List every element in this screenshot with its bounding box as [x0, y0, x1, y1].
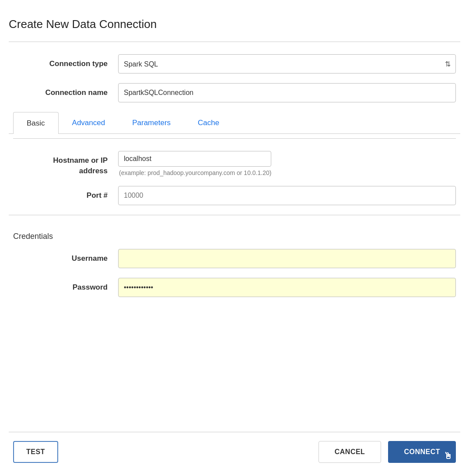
- tab-advanced[interactable]: Advanced: [59, 112, 119, 133]
- port-input[interactable]: [118, 186, 456, 205]
- connection-name-label: Connection name: [13, 88, 118, 97]
- credentials-section: Credentials Username Password: [9, 232, 460, 307]
- title-divider: [9, 42, 460, 42]
- username-row: Username: [13, 249, 456, 268]
- username-input[interactable]: [118, 249, 456, 268]
- connection-type-select[interactable]: Spark SQL MySQL PostgreSQL Oracle SQL Se…: [118, 54, 456, 74]
- tab-parameters[interactable]: Parameters: [119, 112, 184, 133]
- hostname-hint: (example: prod_hadoop.yourcompany.com or…: [118, 169, 271, 176]
- credentials-label: Credentials: [13, 232, 456, 241]
- password-input[interactable]: [118, 278, 456, 297]
- footer-divider: [9, 432, 460, 432]
- port-row: Port #: [13, 186, 456, 205]
- connection-type-row: Connection type Spark SQL MySQL PostgreS…: [13, 54, 456, 74]
- connection-type-select-wrapper: Spark SQL MySQL PostgreSQL Oracle SQL Se…: [118, 54, 456, 74]
- tab-cache[interactable]: Cache: [184, 112, 233, 133]
- footer-buttons: TEST CANCEL CONNECT 🖱: [9, 441, 460, 463]
- cancel-button[interactable]: CANCEL: [318, 441, 382, 463]
- tab-content-divider: [13, 138, 456, 139]
- hostname-label: Hostname or IPaddress: [13, 151, 118, 176]
- hostname-group: (example: prod_hadoop.yourcompany.com or…: [118, 151, 271, 176]
- connection-name-input[interactable]: [118, 83, 456, 102]
- connection-type-label: Connection type: [13, 60, 118, 68]
- hostname-input[interactable]: [118, 151, 271, 167]
- password-label: Password: [13, 283, 118, 292]
- test-button[interactable]: TEST: [13, 441, 58, 463]
- tab-basic[interactable]: Basic: [13, 112, 59, 134]
- connect-button[interactable]: CONNECT 🖱: [388, 441, 456, 463]
- hostname-row: Hostname or IPaddress (example: prod_had…: [13, 151, 456, 176]
- port-label: Port #: [13, 191, 118, 200]
- credentials-divider: [9, 215, 460, 215]
- connect-label: CONNECT: [404, 448, 440, 455]
- connection-name-row: Connection name: [13, 83, 456, 102]
- basic-tab-content: Hostname or IPaddress (example: prod_had…: [9, 151, 460, 215]
- footer-right-buttons: CANCEL CONNECT 🖱: [318, 441, 456, 463]
- tabs-container: Basic Advanced Parameters Cache: [9, 112, 460, 134]
- page-title: Create New Data Connection: [9, 18, 460, 31]
- password-row: Password: [13, 278, 456, 297]
- cursor-icon: 🖱: [444, 451, 453, 461]
- username-label: Username: [13, 254, 118, 263]
